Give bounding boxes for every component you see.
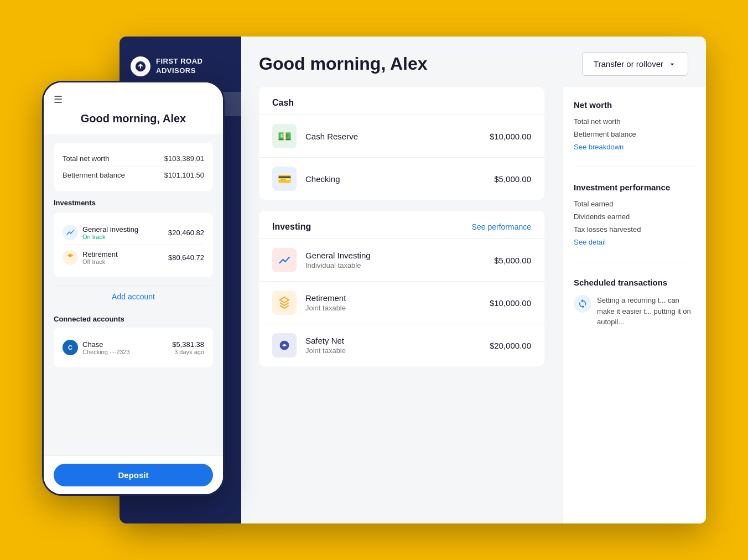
scheduled-transactions-panel: Scheduled transactions Setting a recurri…: [574, 278, 695, 343]
phone-retirement-left: Retirement Off track: [63, 250, 118, 265]
dividends-earned-row: Dividends earned: [574, 212, 695, 221]
phone-connected-card: C Chase Checking ····2323 $5,381.38 3 da…: [54, 328, 213, 367]
general-investing-sub: Individual taxable: [305, 261, 485, 269]
betterment-balance-row: Betterment balance: [574, 130, 695, 138]
see-performance-link[interactable]: See performance: [472, 222, 531, 231]
retirement-amount: $10,000.00: [490, 298, 531, 308]
desktop-scroll: Cash 💵 Cash Reserve $10,000.00 💳: [241, 87, 562, 523]
safety-net-row[interactable]: Safety Net Joint taxable $20,000.00: [259, 324, 544, 366]
safety-net-name: Safety Net: [305, 336, 481, 345]
safety-net-info: Safety Net Joint taxable: [305, 336, 481, 355]
phone-greeting: Good morning, Alex: [44, 112, 223, 134]
cash-title: Cash: [272, 98, 294, 108]
retirement-name: Retirement: [305, 293, 481, 303]
phone-stats: Total net worth $103,389.01 Betterment b…: [54, 143, 213, 191]
cash-reserve-row[interactable]: 💵 Cash Reserve $10,000.00: [259, 115, 544, 157]
phone-general-inv-left: General investing On track: [63, 225, 138, 240]
phone-investments-card: General investing On track $20,460.82: [54, 212, 213, 277]
phone-chase-row[interactable]: C Chase Checking ····2323 $5,381.38 3 da…: [63, 335, 204, 360]
checking-amount: $5,000.00: [494, 174, 531, 184]
phone-general-inv-icon: [63, 225, 78, 240]
checking-info: Checking: [305, 174, 485, 184]
see-breakdown-link[interactable]: See breakdown: [574, 143, 695, 151]
investment-performance-title: Investment performance: [574, 183, 695, 192]
safety-net-amount: $20,000.00: [490, 341, 531, 350]
phone-betterment-balance: Betterment balance $101,101.50: [63, 167, 204, 183]
phone-investments-label: Investments: [54, 199, 213, 207]
phone-retirement-amount: $80,640.72: [168, 253, 204, 262]
scheduled-row: Setting a recurring t... can make it eas…: [574, 295, 695, 328]
tax-losses-row: Tax losses harvested: [574, 225, 695, 234]
general-investing-name: General Investing: [305, 251, 485, 260]
phone-retirement-name: Retirement: [82, 250, 118, 258]
total-net-worth-label: Total net worth: [574, 117, 621, 126]
phone-betterment-label: Betterment balance: [63, 171, 125, 179]
deposit-button[interactable]: Deposit: [54, 464, 213, 486]
phone-general-inv-status: On track: [82, 234, 138, 240]
general-investing-info: General Investing Individual taxable: [305, 251, 485, 269]
scheduled-description: Setting a recurring t... can make it eas…: [597, 295, 695, 328]
phone-general-inv-info: General investing On track: [82, 225, 138, 240]
cash-reserve-info: Cash Reserve: [305, 132, 481, 141]
transfer-button[interactable]: Transfer or rollover: [582, 52, 688, 76]
logo-text: First Road Advisors: [156, 57, 230, 76]
investing-section: Investing See performance General Invest…: [259, 211, 544, 366]
chase-amount: $5,381.38: [172, 340, 204, 349]
net-worth-title: Net worth: [574, 100, 695, 110]
phone-betterment-value: $101,101.50: [164, 171, 204, 179]
retirement-info: Retirement Joint taxable: [305, 293, 481, 312]
phone-retirement-status: Off track: [82, 258, 118, 265]
mobile-phone: ☰ Good morning, Alex Total net worth $10…: [42, 81, 225, 496]
cash-section: Cash 💵 Cash Reserve $10,000.00 💳: [259, 87, 544, 200]
dividends-earned-label: Dividends earned: [574, 212, 630, 221]
total-earned-label: Total earned: [574, 200, 614, 208]
logo-icon: [131, 56, 150, 76]
betterment-balance-label: Betterment balance: [574, 130, 636, 138]
cash-reserve-name: Cash Reserve: [305, 132, 481, 141]
add-account-button[interactable]: Add account: [54, 285, 213, 308]
chase-info: Chase Checking ····2323: [82, 340, 130, 355]
hamburger-icon[interactable]: ☰: [54, 94, 63, 106]
phone-header: ☰: [44, 82, 223, 112]
total-earned-row: Total earned: [574, 200, 695, 208]
desktop-header: Good morning, Alex Transfer or rollover: [241, 37, 706, 87]
scheduled-icon: [574, 295, 591, 313]
phone-general-investing-row[interactable]: General investing On track $20,460.82: [63, 220, 204, 245]
checking-icon: 💳: [272, 167, 297, 191]
cash-section-header: Cash: [259, 87, 544, 115]
retirement-icon: [272, 291, 297, 315]
investing-title: Investing: [272, 222, 311, 232]
checking-row[interactable]: 💳 Checking $5,000.00: [259, 157, 544, 200]
general-investing-amount: $5,000.00: [494, 256, 531, 265]
chase-amount-info: $5,381.38 3 days ago: [172, 340, 204, 355]
desktop-greeting: Good morning, Alex: [259, 54, 428, 74]
phone-net-worth-value: $103,389.01: [164, 154, 204, 163]
retirement-row[interactable]: Retirement Joint taxable $10,000.00: [259, 281, 544, 324]
phone-inner: ☰ Good morning, Alex Total net worth $10…: [44, 82, 223, 494]
chase-bank-sub: Checking ····2323: [82, 349, 130, 355]
cash-reserve-amount: $10,000.00: [490, 132, 531, 141]
total-net-worth-row: Total net worth: [574, 117, 695, 126]
phone-chase-left: C Chase Checking ····2323: [63, 340, 130, 355]
tax-losses-label: Tax losses harvested: [574, 225, 641, 234]
phone-retirement-info: Retirement Off track: [82, 250, 118, 265]
phone-retirement-icon: [63, 250, 78, 265]
scheduled-transactions-title: Scheduled transactions: [574, 278, 695, 287]
chase-days: 3 days ago: [172, 349, 204, 355]
desktop-content: Cash 💵 Cash Reserve $10,000.00 💳: [241, 87, 706, 523]
checking-name: Checking: [305, 174, 485, 184]
chase-bank-name: Chase: [82, 340, 130, 349]
general-investing-row[interactable]: General Investing Individual taxable $5,…: [259, 238, 544, 281]
phone-general-inv-name: General investing: [82, 225, 138, 234]
cash-reserve-icon: 💵: [272, 124, 297, 148]
safety-net-sub: Joint taxable: [305, 346, 481, 355]
phone-general-inv-amount: $20,460.82: [168, 229, 204, 237]
general-investing-icon: [272, 248, 297, 272]
see-detail-link[interactable]: See detail: [574, 238, 695, 246]
phone-retirement-row[interactable]: Retirement Off track $80,640.72: [63, 245, 204, 269]
safety-net-icon: [272, 333, 297, 357]
phone-bottom: Deposit: [44, 455, 223, 494]
investment-performance-panel: Investment performance Total earned Divi…: [574, 183, 695, 262]
phone-connected-label: Connected accounts: [54, 315, 213, 323]
investing-section-header: Investing See performance: [259, 211, 544, 238]
